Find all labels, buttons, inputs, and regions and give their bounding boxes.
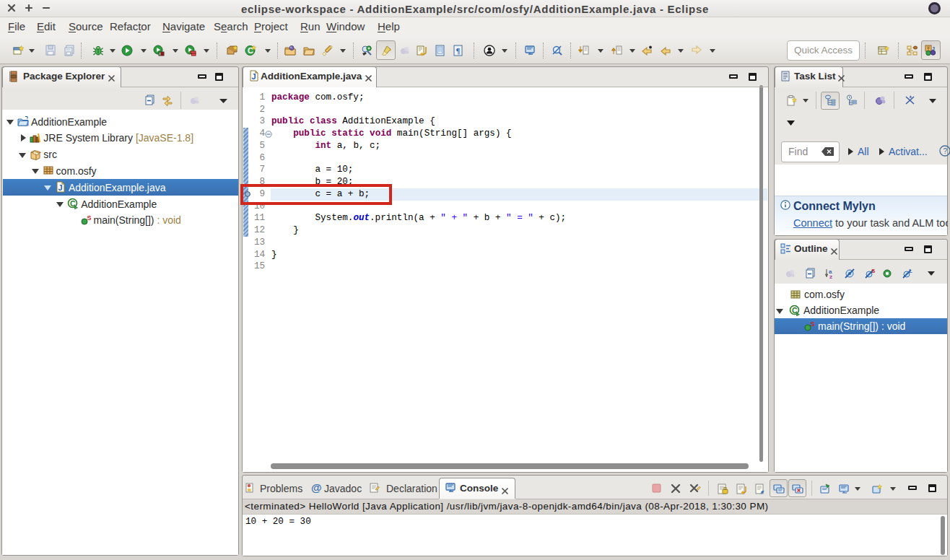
svg-text:L: L <box>909 268 912 274</box>
svg-text:S: S <box>871 268 876 274</box>
svg-text:@: @ <box>311 482 322 494</box>
svg-text:¶: ¶ <box>456 46 461 55</box>
svg-text:J: J <box>252 72 256 81</box>
svg-text:z: z <box>829 274 832 279</box>
svg-text:J: J <box>932 45 935 52</box>
svg-text:J: J <box>58 183 62 192</box>
svg-text:?: ? <box>944 147 948 155</box>
svg-text:S: S <box>811 320 815 328</box>
svg-text:S: S <box>87 214 91 222</box>
